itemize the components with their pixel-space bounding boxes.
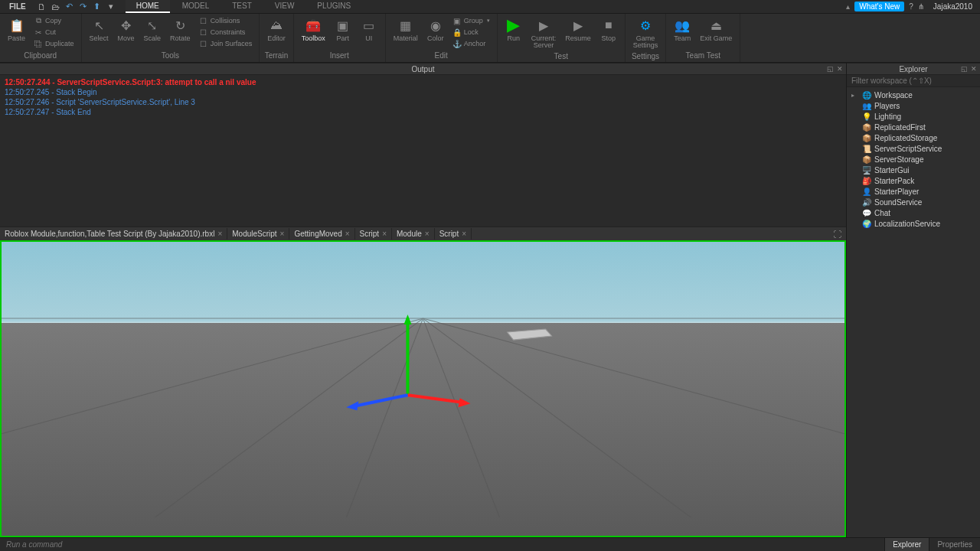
select-button[interactable]: ↖Select	[87, 15, 112, 44]
terrain-editor-button[interactable]: ⛰Editor	[264, 15, 289, 44]
output-line[interactable]: 12:50:27.245 - Stack Begin	[5, 88, 841, 97]
output-line[interactable]: 12:50:27.246 - Script 'ServerScriptServi…	[5, 98, 841, 107]
open-icon[interactable]: 🗁	[51, 2, 61, 12]
ui-button[interactable]: ▭UI	[358, 15, 381, 44]
doc-tab[interactable]: GettingMoved×	[289, 228, 354, 240]
explorer-filter[interactable]	[847, 75, 980, 87]
tree-node-soundservice[interactable]: 🔊SoundService	[848, 197, 978, 207]
copy-icon: ⧉	[34, 16, 43, 25]
doc-tab[interactable]: Script×	[355, 228, 392, 240]
doc-tab[interactable]: Module×	[392, 228, 435, 240]
tree-node-startergui[interactable]: 🖥️StarterGui	[848, 165, 978, 175]
command-input[interactable]	[6, 538, 878, 551]
ribbon-tab-model[interactable]: MODEL	[172, 0, 220, 13]
constraints-toggle[interactable]: ☐Constraints	[197, 27, 255, 37]
ribbon-tab-home[interactable]: HOME	[126, 0, 170, 13]
material-button[interactable]: ▦Material	[390, 15, 421, 44]
part-icon: ▣	[335, 17, 351, 34]
stop-button[interactable]: ■Stop	[597, 15, 620, 44]
doc-tab[interactable]: ModuleScript×	[227, 228, 289, 240]
tree-node-starterpack[interactable]: 🎒StarterPack	[848, 175, 978, 186]
cut-button[interactable]: ✂Cut	[31, 27, 77, 37]
current-mode-button[interactable]: ▶Current:Server	[528, 15, 560, 51]
viewport-3d[interactable]	[0, 240, 846, 537]
upgrade-icon[interactable]: ▴	[846, 2, 850, 11]
output-panel[interactable]: 12:50:27.244 - ServerScriptService.Scrip…	[0, 75, 846, 227]
ribbon-tab-view[interactable]: VIEW	[264, 0, 305, 13]
qat-dropdown-icon[interactable]: ▾	[106, 2, 116, 12]
baseplate-part[interactable]	[508, 329, 552, 340]
ribbon-tab-plugins[interactable]: PLUGINS	[306, 0, 361, 13]
run-button[interactable]: ▶Run	[502, 15, 525, 44]
svg-line-3	[155, 318, 423, 517]
group-label-insert: Insert	[299, 50, 381, 62]
bottom-tab-properties[interactable]: Properties	[929, 538, 980, 551]
part-button[interactable]: ▣Part	[332, 15, 354, 44]
resume-button[interactable]: ▶Resume	[562, 15, 594, 44]
cursor-icon: ↖	[90, 17, 107, 34]
axis-gizmo[interactable]	[346, 315, 470, 410]
whats-new-button[interactable]: What's New	[854, 2, 904, 11]
bottom-bar: ExplorerProperties	[0, 537, 980, 551]
file-menu[interactable]: FILE	[3, 2, 32, 11]
duplicate-button[interactable]: ⿻Duplicate	[31, 38, 77, 49]
tree-node-localizationservice[interactable]: 🌍LocalizationService	[848, 218, 978, 229]
output-popout-icon[interactable]: ◱	[827, 65, 834, 73]
scale-button[interactable]: ⤡Scale	[141, 15, 165, 44]
explorer-close-icon[interactable]: ✕	[971, 65, 977, 73]
close-icon[interactable]: ×	[345, 230, 350, 238]
share-icon[interactable]: ⋔	[918, 2, 924, 11]
svg-line-2	[423, 318, 844, 517]
output-line[interactable]: 12:50:27.244 - ServerScriptService.Scrip…	[5, 78, 841, 87]
tree-node-players[interactable]: 👥Players	[848, 100, 978, 111]
ui-icon: ▭	[361, 17, 377, 34]
bottom-tab-explorer[interactable]: Explorer	[884, 538, 929, 551]
copy-button[interactable]: ⧉Copy	[31, 15, 77, 26]
close-icon[interactable]: ×	[425, 230, 430, 238]
doc-tab[interactable]: Script×	[435, 228, 472, 240]
tree-node-workspace[interactable]: ▸🌐Workspace	[848, 90, 978, 100]
tree-node-lighting[interactable]: 💡Lighting	[848, 111, 978, 122]
close-icon[interactable]: ×	[462, 230, 466, 238]
color-button[interactable]: ◉Color	[424, 15, 447, 44]
explorer-tree[interactable]: ▸🌐Workspace👥Players💡Lighting📦ReplicatedF…	[847, 87, 980, 537]
group-button[interactable]: ▣Group▾	[450, 15, 492, 26]
tree-node-replicatedstorage[interactable]: 📦ReplicatedStorage	[848, 132, 978, 143]
paste-button[interactable]: 📋Paste	[5, 15, 28, 44]
exit-game-button[interactable]: ⏏Exit Game	[697, 15, 735, 44]
play-icon: ▶	[505, 17, 522, 34]
filter-input[interactable]	[847, 75, 980, 86]
join-toggle[interactable]: ☐Join Surfaces	[197, 38, 255, 49]
publish-icon[interactable]: ⬆	[92, 2, 103, 12]
help-icon[interactable]: ?	[909, 2, 913, 11]
user-label[interactable]: Jajaka2010	[929, 2, 977, 11]
game-settings-button[interactable]: ⚙Game Settings	[630, 15, 662, 51]
team-button[interactable]: 👥Team	[671, 15, 694, 44]
tree-node-serverstorage[interactable]: 📦ServerStorage	[848, 154, 978, 165]
close-icon[interactable]: ×	[280, 230, 285, 238]
redo-icon[interactable]: ↷	[78, 2, 89, 12]
collisions-toggle[interactable]: ☐Collisions	[197, 15, 255, 26]
tree-node-chat[interactable]: 💬Chat	[848, 207, 978, 218]
output-line[interactable]: 12:50:27.247 - Stack End	[5, 108, 841, 117]
rotate-button[interactable]: ↻Rotate	[167, 15, 194, 44]
ribbon-tab-test[interactable]: TEST	[221, 0, 263, 13]
anchor-button[interactable]: ⚓Anchor	[450, 38, 492, 49]
tree-node-serverscriptservice[interactable]: 📜ServerScriptService	[848, 143, 978, 154]
toolbox-button[interactable]: 🧰Toolbox	[299, 15, 328, 44]
explorer-popout-icon[interactable]: ◱	[961, 65, 968, 73]
command-bar[interactable]	[0, 538, 884, 551]
close-icon[interactable]: ×	[382, 230, 387, 238]
new-icon[interactable]: 🗋	[37, 2, 47, 12]
move-button[interactable]: ✥Move	[115, 15, 138, 44]
svg-line-11	[352, 395, 407, 406]
fullscreen-icon[interactable]: ⛶	[833, 230, 841, 239]
doc-tab[interactable]: Roblox Module,function,Table Test Script…	[0, 228, 227, 240]
lock-button[interactable]: 🔒Lock	[450, 27, 492, 37]
close-icon[interactable]: ×	[217, 230, 222, 238]
undo-icon[interactable]: ↶	[64, 2, 75, 12]
explorer-header: Explorer ◱✕	[847, 63, 980, 75]
tree-node-replicatedfirst[interactable]: 📦ReplicatedFirst	[848, 122, 978, 132]
output-close-icon[interactable]: ✕	[837, 65, 843, 73]
tree-node-starterplayer[interactable]: 👤StarterPlayer	[848, 186, 978, 197]
